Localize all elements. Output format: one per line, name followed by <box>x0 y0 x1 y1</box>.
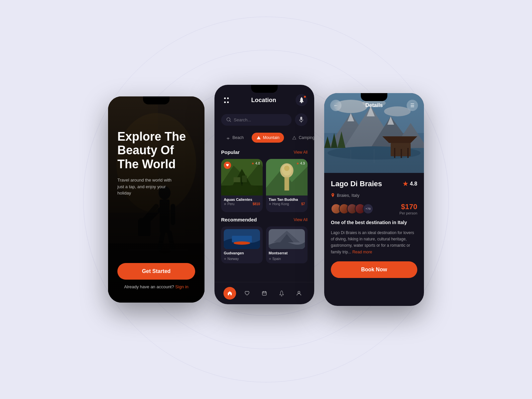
popular-view-all[interactable]: View All <box>294 150 308 155</box>
get-started-button[interactable]: Get Started <box>117 263 195 280</box>
ph2-search: Search... <box>221 113 308 126</box>
ph3-price: $170 Per person <box>399 202 417 215</box>
place-name: Lago Di Braies <box>331 180 382 188</box>
ph2-title: Location <box>251 97 276 104</box>
ph3-name-row: Lago Di Braies ★ 4.8 <box>331 180 417 188</box>
ph3-desc-title: One of the best destination in Italy <box>331 220 417 225</box>
svg-rect-29 <box>242 176 247 182</box>
phone-2-location: Location Search... <box>214 85 314 304</box>
norway-loc: Norway <box>224 257 260 261</box>
mic-icon <box>299 117 304 123</box>
category-camping[interactable]: Camping <box>287 133 314 143</box>
spain-loc: Spain <box>269 257 305 261</box>
svg-point-45 <box>269 258 271 259</box>
svg-point-30 <box>224 203 226 204</box>
rec-card-norway[interactable]: Gudvangen Norway <box>221 226 263 263</box>
aguas-location: Peru $810 <box>224 202 260 206</box>
popular-card-aguas[interactable]: ★ 4.8 Aguas Calientes Peru <box>221 159 263 212</box>
popular-header: Popular View All <box>221 149 308 155</box>
notification-button[interactable] <box>296 94 308 106</box>
phone-1-explore: Explore The Beauty Of The World Travel a… <box>108 96 204 303</box>
norway-image <box>224 229 260 249</box>
svg-point-36 <box>284 166 290 171</box>
ph2-recommended-section: Recommended View All <box>214 215 314 266</box>
phone-3-details: ← Details ☰ Lago Di Braies ★ 4.8 Braies,… <box>324 93 424 306</box>
recommended-view-all[interactable]: View All <box>294 217 308 222</box>
aguas-info: Aguas Calientes Peru $810 <box>221 196 263 208</box>
popular-label: Popular <box>221 149 240 155</box>
recommended-label: Recommended <box>221 217 257 222</box>
recommended-header: Recommended View All <box>221 217 308 222</box>
phones-container: Explore The Beauty Of The World Travel a… <box>108 93 424 306</box>
phone-2-notch <box>251 85 278 93</box>
ph3-title: Details <box>365 102 383 108</box>
nav-home[interactable] <box>223 287 236 300</box>
svg-rect-34 <box>285 177 289 191</box>
menu-button[interactable]: ☰ <box>407 100 418 111</box>
spain-image <box>269 229 305 249</box>
svg-point-16 <box>301 102 302 103</box>
phone-1-bottom: Get Started Already have an account? Sig… <box>117 263 195 289</box>
location-pin-icon <box>224 203 226 205</box>
rec-card-spain[interactable]: Montserrat Spain <box>266 226 308 263</box>
spain-pin-icon <box>269 258 271 260</box>
avatar-count: +79 <box>363 203 373 214</box>
svg-line-18 <box>230 121 231 122</box>
menu-icon[interactable] <box>221 95 232 105</box>
mic-button[interactable] <box>295 113 308 126</box>
category-mountain[interactable]: Mountain <box>252 133 284 143</box>
ph2-popular-section: Popular View All <box>214 145 314 215</box>
recommended-list: Gudvangen Norway <box>221 226 308 263</box>
svg-point-27 <box>225 184 259 194</box>
svg-rect-46 <box>262 292 266 295</box>
nav-profile[interactable] <box>293 287 305 300</box>
price-per: Per person <box>399 211 417 215</box>
ph3-content: Lago Di Braies ★ 4.8 Braies, Italy <box>324 173 424 285</box>
category-beach[interactable]: Beach <box>221 133 248 143</box>
beach-icon <box>226 135 230 140</box>
buddha-location: Hong Kong $7 <box>269 202 305 206</box>
mountain-icon-small <box>256 135 261 140</box>
location-pin-icon3 <box>331 193 335 198</box>
nav-calendar[interactable] <box>258 287 271 300</box>
svg-point-50 <box>281 295 282 296</box>
spain-name: Montserrat <box>269 251 305 255</box>
search-placeholder: Search... <box>234 117 286 122</box>
book-now-button[interactable]: Book Now <box>331 261 417 278</box>
popular-grid: ★ 4.8 Aguas Calientes Peru <box>221 159 308 212</box>
popular-card-buddha[interactable]: ★ 4.9 Tian Tan Buddha Hong Kong $7 <box>266 159 308 212</box>
notification-dot <box>304 95 306 98</box>
heart-icon <box>226 164 229 167</box>
heart-badge <box>224 162 231 169</box>
calendar-icon <box>262 291 267 296</box>
signin-link[interactable]: Sign in <box>175 284 189 289</box>
heart-nav-icon <box>244 291 250 296</box>
home-icon <box>227 291 232 296</box>
signin-prompt: Already have an account? Sign in <box>117 284 195 289</box>
back-button[interactable]: ← <box>330 100 341 111</box>
search-box[interactable]: Search... <box>221 114 292 126</box>
ph3-location: Braies, Italy <box>331 193 417 198</box>
nav-notifications[interactable] <box>275 287 288 300</box>
svg-rect-19 <box>300 117 302 120</box>
buddha-info: Tian Tan Buddha Hong Kong $7 <box>266 196 308 208</box>
read-more-link[interactable]: Read more <box>352 250 372 254</box>
phone-3-notch <box>361 93 387 101</box>
svg-point-41 <box>224 258 226 259</box>
svg-point-37 <box>269 203 271 204</box>
price-amount: $170 <box>399 202 417 211</box>
norway-name: Gudvangen <box>224 251 260 255</box>
phone-1-notch <box>143 96 170 104</box>
search-icon <box>226 117 231 122</box>
nav-favorites[interactable] <box>241 287 253 300</box>
buddha-name: Tian Tan Buddha <box>269 198 305 201</box>
svg-point-40 <box>234 241 250 245</box>
svg-point-51 <box>298 291 300 293</box>
explore-subtitle: Travel around the world with just a tap,… <box>117 177 177 197</box>
avatars-group: +79 <box>331 203 373 214</box>
ph3-desc-text: Lago Di Braies is an ideal destination f… <box>331 230 417 255</box>
bell-nav-icon <box>279 291 284 296</box>
location-pin-icon2 <box>269 203 271 205</box>
aguas-name: Aguas Calientes <box>224 198 260 201</box>
buddha-rating: ★ 4.9 <box>296 162 305 165</box>
